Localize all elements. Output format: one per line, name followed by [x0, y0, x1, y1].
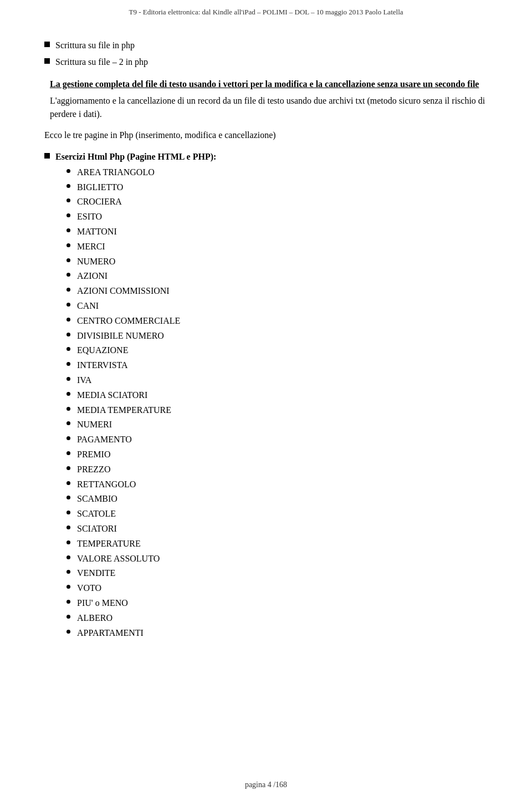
exercise-item-text: NUMERO	[77, 255, 115, 269]
exercise-list-item: TEMPERATURE	[66, 537, 488, 551]
exercise-list-item: VENDITE	[66, 567, 488, 580]
exercise-list-item: SCATOLE	[66, 507, 488, 521]
exercise-item-text: ALBERO	[77, 611, 112, 625]
exercise-item-text: TEMPERATURE	[77, 537, 141, 551]
exercise-bullet-circle	[66, 347, 70, 351]
main-text-1: La gestione completa del file di testo u…	[50, 78, 479, 91]
exercise-list-item: MEDIA TEMPERATURE	[66, 404, 488, 417]
exercise-list-item: APPARTAMENTI	[66, 626, 488, 640]
exercise-bullet-circle	[66, 288, 70, 292]
exercise-bullet-circle	[66, 570, 70, 574]
exercise-list-item: SCAMBIO	[66, 492, 488, 506]
fourth-bullet-item: L'aggiornamento e la cancellazione di un…	[44, 94, 488, 121]
exercise-item-text: PREMIO	[77, 448, 110, 462]
exercise-item-text: PREZZO	[77, 463, 110, 477]
exercise-bullet-circle	[66, 362, 70, 366]
exercise-list-item: CANI	[66, 299, 488, 313]
top-bullets-list: Scrittura su file in php Scrittura su fi…	[44, 39, 488, 69]
exercise-bullet-circle	[66, 333, 70, 336]
exercise-bullet-circle	[66, 421, 70, 425]
exercise-item-text: CANI	[77, 299, 99, 313]
exercise-list-item: INTERVISTA	[66, 359, 488, 373]
exercise-bullet-circle	[66, 184, 70, 188]
exercise-item-text: APPARTAMENTI	[77, 626, 144, 640]
exercise-list-item: PIU' o MENO	[66, 596, 488, 610]
exercise-item-text: AZIONI	[77, 269, 108, 283]
exercise-bullet-circle	[66, 407, 70, 411]
exercise-bullet-circle	[66, 169, 70, 173]
exercise-bullet-circle	[66, 243, 70, 247]
exercise-item-text: DIVISIBILE NUMERO	[77, 329, 164, 343]
exercise-item-text: SCIATORI	[77, 522, 117, 536]
exercise-item-text: AREA TRIANGOLO	[77, 166, 155, 180]
exercise-bullet-circle	[66, 511, 70, 514]
exercise-item-text: BIGLIETTO	[77, 181, 123, 195]
exercise-list-item: CROCIERA	[66, 195, 488, 209]
exercise-item-text: RETTANGOLO	[77, 478, 136, 492]
exercise-item-text: IVA	[77, 374, 91, 387]
bullet-icon-2	[44, 58, 50, 64]
exercise-item-text: MERCI	[77, 240, 105, 254]
exercise-list-item: VALORE ASSOLUTO	[66, 552, 488, 566]
bullet-icon-1	[44, 42, 50, 47]
top-bullet-text-1: Scrittura su file in php	[55, 39, 135, 52]
exercise-bullet-circle	[66, 213, 70, 217]
exercise-list-item: ESITO	[66, 210, 488, 224]
exercise-item-text: NUMERI	[77, 418, 112, 432]
exercises-header: Esercizi Html Php (Pagine HTML e PHP):	[44, 150, 488, 164]
main-bullet-item: La gestione completa del file di testo u…	[44, 78, 488, 91]
page-footer: pagina 4 /168	[0, 781, 532, 789]
footer-text: pagina 4 /168	[245, 781, 287, 789]
exercise-list-item: MEDIA SCIATORI	[66, 389, 488, 402]
exercise-list-item: AZIONI	[66, 269, 488, 283]
exercise-list-item: CENTRO COMMERCIALE	[66, 314, 488, 328]
exercise-list-item: EQUAZIONE	[66, 344, 488, 358]
exercises-header-text: Esercizi Html Php (Pagine HTML e PHP):	[55, 150, 216, 164]
exercise-item-text: VALORE ASSOLUTO	[77, 552, 160, 566]
top-bullet-item-2: Scrittura su file – 2 in php	[44, 55, 488, 69]
exercise-list-item: BIGLIETTO	[66, 181, 488, 195]
exercise-bullet-circle	[66, 377, 70, 381]
exercise-bullet-circle	[66, 451, 70, 455]
exercise-item-text: VOTO	[77, 581, 101, 595]
exercise-bullet-circle	[66, 303, 70, 307]
exercise-bullet-circle	[66, 258, 70, 262]
exercise-bullet-circle	[66, 615, 70, 619]
exercise-item-text: PIU' o MENO	[77, 596, 128, 610]
bullet-3-text: L'aggiornamento e la cancellazione di un…	[50, 94, 488, 121]
exercise-list-item: PREMIO	[66, 448, 488, 462]
exercise-bullet-circle	[66, 481, 70, 485]
paragraph-text: Ecco le tre pagine in Php (inserimento, …	[44, 129, 488, 142]
exercise-bullet-circle	[66, 526, 70, 529]
exercise-item-text: MEDIA SCIATORI	[77, 389, 147, 402]
exercise-list-item: RETTANGOLO	[66, 478, 488, 492]
exercise-bullet-circle	[66, 496, 70, 499]
exercise-list-item: NUMERI	[66, 418, 488, 432]
exercise-bullet-circle	[66, 630, 70, 634]
exercise-item-text: VENDITE	[77, 567, 115, 580]
exercise-list-item: MATTONI	[66, 225, 488, 239]
exercise-item-text: CROCIERA	[77, 195, 122, 209]
exercise-item-text: SCATOLE	[77, 507, 116, 521]
exercise-list-item: IVA	[66, 374, 488, 387]
exercise-bullet-circle	[66, 198, 70, 202]
exercise-bullet-circle	[66, 318, 70, 322]
page-header: T9 - Editoria elettronica: dal Kindle al…	[0, 0, 532, 22]
paragraph-span: Ecco le tre pagine in Php (inserimento, …	[44, 130, 276, 140]
exercise-bullet-circle	[66, 466, 70, 470]
exercise-item-text: MATTONI	[77, 225, 117, 239]
top-bullet-text-2: Scrittura su file – 2 in php	[55, 55, 148, 69]
exercise-bullet-circle	[66, 600, 70, 604]
exercise-list-item: SCIATORI	[66, 522, 488, 536]
exercise-item-text: INTERVISTA	[77, 359, 128, 373]
exercise-list-item: ALBERO	[66, 611, 488, 625]
exercise-bullet-circle	[66, 585, 70, 589]
header-text: T9 - Editoria elettronica: dal Kindle al…	[129, 8, 403, 16]
exercise-list-item: VOTO	[66, 581, 488, 595]
exercise-item-text: ESITO	[77, 210, 102, 224]
exercise-bullet-circle	[66, 228, 70, 232]
exercise-bullet-circle	[66, 392, 70, 396]
exercise-list-item: AZIONI COMMISSIONI	[66, 284, 488, 298]
exercise-list-item: DIVISIBILE NUMERO	[66, 329, 488, 343]
exercise-bullet-circle	[66, 436, 70, 440]
